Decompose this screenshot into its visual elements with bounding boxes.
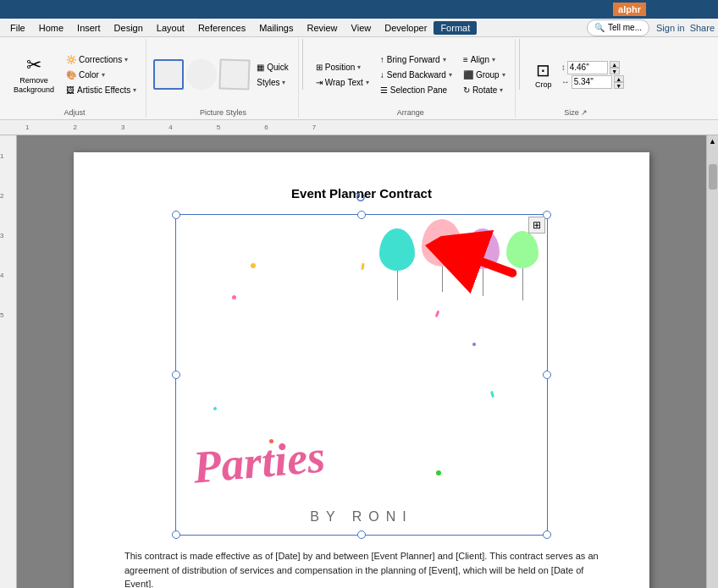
picture-style-1[interactable] — [153, 59, 184, 90]
menu-home[interactable]: Home — [32, 21, 70, 35]
corrections-icon: 🔆 — [66, 55, 76, 64]
width-up[interactable]: ▲ — [614, 75, 624, 82]
height-up[interactable]: ▲ — [610, 61, 620, 68]
height-spinners: ▲ ▼ — [610, 61, 620, 74]
adjust-group-content: ✂ RemoveBackground 🔆 Corrections ▾ 🎨 Col… — [8, 41, 141, 108]
arrange-label: Arrange — [397, 108, 424, 118]
menu-view[interactable]: View — [345, 21, 378, 35]
brand-logo: alphr — [613, 3, 646, 16]
handle-bot-left[interactable] — [172, 530, 180, 539]
picture-style-3[interactable] — [219, 58, 251, 90]
arrange-col1: ⊞ Position ▾ ⇥ Wrap Text ▾ — [312, 60, 373, 90]
handle-top-mid[interactable] — [357, 211, 366, 219]
height-down[interactable]: ▼ — [610, 68, 620, 74]
wrap-icon: ⇥ — [316, 78, 323, 87]
menu-layout[interactable]: Layout — [150, 21, 191, 35]
artistic-dropdown[interactable]: ▾ — [133, 86, 136, 94]
body-text: This contract is made effective as of [D… — [124, 549, 599, 588]
menu-insert[interactable]: Insert — [70, 21, 108, 35]
balloon-pink — [422, 219, 462, 292]
corrections-dropdown[interactable]: ▾ — [124, 56, 128, 63]
selection-icon: ☰ — [380, 85, 388, 95]
menu-developer[interactable]: Developer — [378, 21, 434, 35]
adjust-label: Adjust — [64, 108, 86, 118]
menu-share[interactable]: Share — [690, 23, 715, 33]
rotate-button[interactable]: ↻ Rotate ▾ — [459, 83, 510, 97]
artistic-effects-button[interactable]: 🖼 Artistic Effects ▾ — [62, 83, 141, 97]
document-scroll[interactable]: Event Planner Contract ↻ ⊞ — [17, 135, 706, 588]
ribbon-content: ✂ RemoveBackground 🔆 Corrections ▾ 🎨 Col… — [0, 37, 718, 119]
arrange-group-content: ⊞ Position ▾ ⇥ Wrap Text ▾ ↑ Bring Forwa… — [312, 41, 510, 108]
ribbon-group-adjust: ✂ RemoveBackground 🔆 Corrections ▾ 🎨 Col… — [3, 39, 146, 118]
selection-pane-button[interactable]: ☰ Selection Pane — [376, 83, 456, 97]
tell-me-box[interactable]: 🔍 Tell me... — [587, 19, 649, 36]
position-icon: ⊞ — [316, 63, 323, 72]
ruler-vertical: 1 2 3 4 5 — [0, 135, 17, 588]
width-down[interactable]: ▼ — [614, 82, 624, 89]
image-selection-box[interactable]: ↻ ⊞ — [175, 214, 548, 536]
signin-button[interactable]: Sign in — [653, 4, 682, 14]
height-input-row: ↔ ▲ ▼ — [561, 75, 624, 89]
align-icon: ≡ — [463, 55, 468, 64]
rotate-handle[interactable]: ↻ — [355, 190, 366, 206]
handle-bot-mid[interactable] — [357, 530, 366, 539]
quick-styles-button[interactable]: ▦ Quick — [252, 60, 293, 74]
menu-signin[interactable]: Sign in — [656, 23, 685, 33]
quick-styles-more[interactable]: Styles ▾ — [252, 75, 293, 90]
menu-mailings[interactable]: Mailings — [252, 21, 300, 35]
position-button[interactable]: ⊞ Position ▾ — [312, 60, 373, 74]
group-button[interactable]: ⬛ Group ▾ — [459, 68, 510, 82]
handle-top-left[interactable] — [172, 211, 180, 219]
share-button[interactable]: Share — [687, 4, 711, 14]
menu-file[interactable]: File — [3, 21, 32, 35]
menu-design[interactable]: Design — [108, 21, 150, 35]
crop-button[interactable]: ⊡ Crop — [528, 44, 559, 105]
handle-mid-left[interactable] — [172, 371, 180, 379]
balloon-green — [506, 231, 538, 300]
group-icon: ⬛ — [463, 70, 473, 80]
confetti-7 — [434, 310, 439, 318]
color-button[interactable]: 🎨 Color ▾ — [62, 68, 141, 82]
handle-bot-right[interactable] — [543, 530, 551, 539]
menu-review[interactable]: Review — [301, 21, 345, 35]
remove-background-button[interactable]: ✂ RemoveBackground — [8, 44, 59, 105]
size-label: Size ↗ — [564, 108, 588, 118]
sep1 — [302, 39, 303, 90]
scroll-up-button[interactable]: ▲ — [707, 135, 718, 147]
menu-format[interactable]: Format — [434, 21, 477, 35]
send-backward-button[interactable]: ↓ Send Backward ▾ — [376, 68, 456, 82]
confetti-9 — [361, 262, 364, 269]
logo-container: Parties BY RONI — [176, 215, 547, 535]
remove-bg-label: RemoveBackground — [14, 76, 54, 95]
width-spinners: ▲ ▼ — [614, 75, 624, 89]
picture-styles-label: Picture Styles — [200, 108, 246, 118]
scrollbar-thumb[interactable] — [709, 164, 717, 190]
height-input[interactable] — [567, 61, 608, 74]
size-inputs: ↕ ▲ ▼ ↔ ▲ ▼ — [561, 61, 624, 89]
confetti-6 — [436, 470, 441, 475]
wrap-text-button[interactable]: ⇥ Wrap Text ▾ — [312, 75, 373, 90]
confetti-8 — [490, 391, 494, 398]
confetti-3 — [213, 407, 217, 410]
ruler-horizontal: 1 2 3 4 5 6 7 — [0, 120, 718, 135]
ribbon-group-arrange: ⊞ Position ▾ ⇥ Wrap Text ▾ ↑ Bring Forwa… — [307, 39, 516, 118]
handle-mid-right[interactable] — [543, 371, 551, 379]
picture-styles-content: ▦ Quick Styles ▾ — [153, 41, 293, 108]
color-icon: 🎨 — [66, 70, 76, 80]
balloons — [379, 219, 538, 300]
artistic-icon: 🖼 — [66, 85, 75, 95]
menu-references[interactable]: References — [191, 21, 252, 35]
corrections-button[interactable]: 🔆 Corrections ▾ — [62, 52, 141, 67]
rotate-icon: ↻ — [463, 85, 470, 95]
remove-bg-icon: ✂ — [26, 54, 41, 76]
title-bar: alphr Sign in Share — [0, 0, 718, 19]
layout-options-icon[interactable]: ⊞ — [528, 217, 545, 234]
confetti-1 — [251, 263, 256, 268]
width-input[interactable] — [572, 75, 612, 89]
sign-share-area: Sign in Share — [653, 4, 711, 14]
align-button[interactable]: ≡ Align ▾ — [459, 52, 510, 67]
bring-forward-button[interactable]: ↑ Bring Forward ▾ — [376, 52, 456, 67]
scrollbar-vertical[interactable]: ▲ ▼ — [706, 135, 718, 588]
picture-style-2[interactable] — [186, 59, 217, 90]
color-dropdown[interactable]: ▾ — [102, 71, 105, 79]
